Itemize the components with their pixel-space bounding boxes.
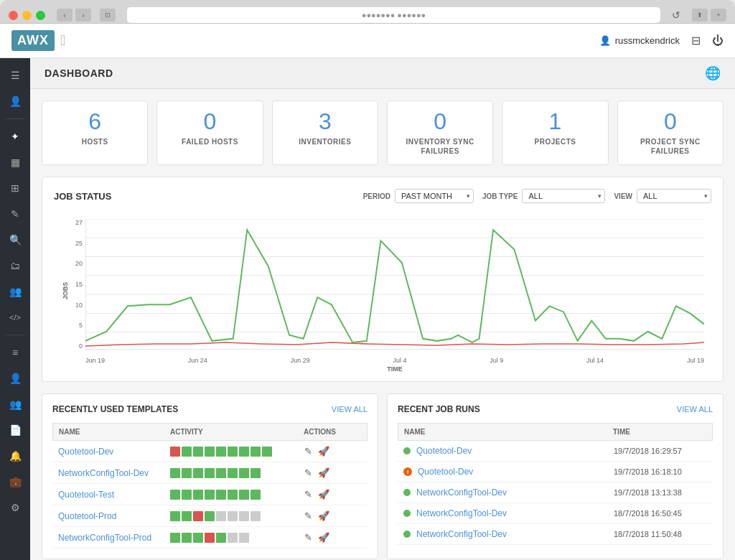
maximize-button[interactable] (36, 11, 45, 20)
period-select[interactable]: PAST MONTH PAST WEEK PAST 2 WEEKS (395, 189, 474, 203)
logout-icon[interactable]: ⏻ (712, 34, 724, 47)
sidebar-item-code[interactable]: </> (2, 306, 28, 329)
edit-icon[interactable]: ✎ (304, 446, 312, 457)
sidebar-toggle[interactable]: ⊡ (100, 9, 116, 22)
activity-block (228, 447, 238, 457)
share-button[interactable]: ⬆ (692, 9, 708, 22)
activity-block (239, 511, 249, 521)
activity-blocks (170, 468, 304, 478)
activity-block (216, 511, 226, 521)
job-name-link[interactable]: NetworkConfigTool-Dev (416, 487, 507, 498)
sidebar-item-settings[interactable]: ⚙ (2, 496, 28, 519)
launch-icon[interactable]: 🚀 (318, 467, 329, 478)
sidebar-item-user[interactable]: 👤 (2, 367, 28, 390)
actions-cell: ✎ 🚀 (304, 467, 362, 478)
sidebar-item-folder[interactable]: 🗂 (2, 254, 28, 277)
sidebar-item-dashboard[interactable]: ✦ (2, 125, 28, 148)
stat-card-failed-hosts[interactable]: 0 FAILED HOSTS (156, 101, 263, 165)
activity-block (216, 490, 226, 500)
sidebar-item-list[interactable]: ≡ (2, 341, 28, 364)
job-time: 19/7/2018 13:13:38 (614, 488, 707, 497)
refresh-button[interactable]: ↺ (672, 9, 680, 21)
launch-icon[interactable]: 🚀 (318, 446, 329, 457)
x-ticks: Jun 19 Jun 24 Jun 29 Jul 4 Jul 9 Jul 14 … (85, 357, 704, 364)
sidebar-item-bell[interactable]: 🔔 (2, 444, 28, 467)
url-bar[interactable]: ●●●●●●● ●●●●●● (127, 7, 660, 23)
jobtype-label: JOB TYPE (482, 192, 518, 200)
notifications-icon[interactable]: ⊟ (691, 34, 701, 47)
template-row: Quotetool-Test (52, 484, 368, 505)
chart-svg (85, 219, 704, 350)
stat-card-inventory-sync-failures[interactable]: 0 INVENTORY SYNC FAILURES (387, 101, 493, 165)
edit-icon[interactable]: ✎ (304, 489, 312, 500)
activity-block (193, 533, 203, 543)
sidebar-item-menu[interactable]: ☰ (2, 64, 28, 87)
bottom-panels: RECENTLY USED TEMPLATES VIEW ALL NAME AC… (42, 393, 724, 559)
stat-card-inventories[interactable]: 3 INVENTORIES (272, 101, 378, 165)
sidebar-divider-2 (5, 335, 25, 335)
templates-panel: RECENTLY USED TEMPLATES VIEW ALL NAME AC… (42, 393, 378, 559)
job-name-link[interactable]: NetworkConfigTool-Dev (416, 508, 507, 518)
sidebar-item-users[interactable]: 👥 (2, 280, 28, 303)
period-label: PERIOD (363, 192, 390, 200)
template-name-link[interactable]: NetworkConfigTool-Prod (58, 533, 170, 543)
job-name-link[interactable]: NetworkConfigTool-Dev (416, 529, 507, 539)
edit-icon[interactable]: ✎ (304, 467, 312, 478)
minimize-button[interactable] (22, 11, 32, 20)
activity-block (193, 490, 203, 500)
job-name-link[interactable]: Quotetool-Dev (418, 467, 473, 477)
sidebar-item-group[interactable]: 👥 (2, 393, 28, 416)
sidebar-item-document[interactable]: 📄 (2, 419, 28, 442)
activity-block (251, 511, 261, 521)
template-name-link[interactable]: Quotetool-Test (58, 490, 170, 500)
edit-icon[interactable]: ✎ (304, 510, 312, 521)
sidebar-item-grid[interactable]: ⊞ (2, 177, 28, 200)
back-button[interactable]: ‹ (57, 9, 72, 22)
page-header-icon: 🌐 (705, 65, 721, 81)
activity-block (239, 490, 249, 500)
job-name-cell: NetworkConfigTool-Dev (403, 508, 614, 518)
activity-block (228, 533, 238, 543)
stat-card-projects[interactable]: 1 PROJECTS (502, 101, 608, 165)
template-name-link[interactable]: Quotetool-Prod (58, 511, 170, 521)
view-select[interactable]: ALL SUCCESSFUL FAILED (637, 189, 711, 203)
recent-jobs-panel-header: RECENT JOB RUNS VIEW ALL (398, 404, 713, 414)
activity-block (182, 533, 192, 543)
activity-block (251, 490, 261, 500)
template-row: NetworkConfigTool-Dev (52, 462, 368, 484)
status-dot-success (403, 510, 411, 517)
template-name-link[interactable]: Quotetool-Dev (58, 447, 170, 457)
sidebar-item-briefcase[interactable]: 💼 (2, 470, 28, 493)
stat-card-project-sync-failures[interactable]: 0 PROJECT SYNC FAILURES (617, 101, 724, 165)
job-name-link[interactable]: Quotetool-Dev (416, 446, 472, 456)
activity-block (216, 447, 226, 457)
jobtype-select-wrapper: ALL PLAYBOOK RUN SCAN (522, 189, 605, 203)
new-tab-button[interactable]: + (711, 9, 726, 22)
launch-icon[interactable]: 🚀 (318, 489, 329, 500)
job-name-cell: NetworkConfigTool-Dev (403, 529, 614, 539)
template-name-link[interactable]: NetworkConfigTool-Dev (58, 468, 170, 478)
sidebar-item-search[interactable]: 🔍 (2, 228, 28, 251)
job-name-cell: NetworkConfigTool-Dev (403, 487, 614, 498)
activity-block (205, 533, 215, 543)
activity-block (262, 447, 272, 457)
stat-card-hosts[interactable]: 6 HOSTS (42, 101, 148, 165)
sidebar-item-profile[interactable]: 👤 (2, 90, 28, 113)
close-button[interactable] (9, 11, 18, 20)
jobs-table-header: NAME TIME (398, 423, 713, 441)
templates-view-all[interactable]: VIEW ALL (332, 405, 368, 414)
user-info: 👤 russmckendrick (599, 35, 680, 46)
dashboard-content: 6 HOSTS 0 FAILED HOSTS 3 INVENTORIES 0 I… (30, 89, 735, 560)
jobs-view-all[interactable]: VIEW ALL (677, 405, 713, 414)
jobtype-select[interactable]: ALL PLAYBOOK RUN SCAN (522, 189, 605, 203)
launch-icon[interactable]: 🚀 (318, 532, 329, 543)
forward-button[interactable]: › (75, 9, 91, 22)
sidebar-item-calendar[interactable]: ▦ (2, 151, 28, 174)
launch-icon[interactable]: 🚀 (318, 510, 329, 521)
projects-number: 1 (511, 110, 599, 133)
failed-hosts-label: FAILED HOSTS (166, 137, 253, 146)
job-row: ! Quotetool-Dev 19/7/2018 16:18:10 (398, 462, 713, 482)
templates-panel-header: RECENTLY USED TEMPLATES VIEW ALL (52, 404, 368, 414)
edit-icon[interactable]: ✎ (304, 532, 312, 543)
sidebar-item-edit[interactable]: ✎ (2, 202, 28, 225)
